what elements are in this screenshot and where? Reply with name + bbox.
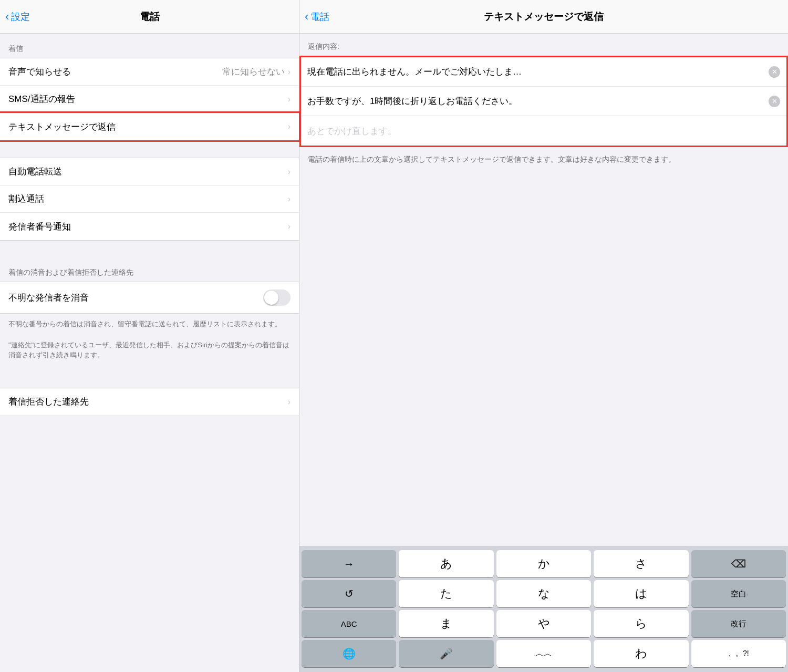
key-globe[interactable]: 🌐	[302, 640, 396, 667]
reply-messages-group: 現在電話に出られません。メールでご対応いたしま… ✕ お手数ですが、1時間後に折…	[299, 56, 788, 147]
group3: 不明な発信者を消音	[0, 282, 299, 314]
row-auto-forward-label: 自動電話転送	[8, 166, 62, 178]
row-text-reply-value: ›	[288, 122, 291, 131]
row-blocked-label: 着信拒否した連絡先	[8, 396, 89, 408]
row-text-reply-label: テキストメッセージで返信	[8, 121, 116, 133]
clear-button-0[interactable]: ✕	[769, 66, 780, 78]
toggle-knob	[264, 291, 278, 305]
reply-text-0: 現在電話に出られません。メールでご対応いたしま…	[307, 66, 769, 78]
row-text-reply[interactable]: テキストメッセージで返信 ›	[0, 113, 299, 140]
row-silence-label: 不明な発信者を消音	[8, 292, 89, 304]
clear-button-1[interactable]: ✕	[769, 96, 780, 107]
chevron-icon: ›	[288, 95, 291, 104]
right-nav-title: テキストメッセージで返信	[484, 10, 604, 24]
row-caller-id[interactable]: 発信者番号通知 ›	[0, 213, 299, 240]
key-sa[interactable]: さ	[594, 550, 688, 577]
row-call-waiting[interactable]: 割込通話 ›	[0, 185, 299, 213]
row-call-waiting-chevron: ›	[288, 194, 291, 204]
keyboard-row-2: ↺ た な は 空白	[302, 580, 786, 607]
key-space[interactable]: 空白	[691, 580, 786, 607]
key-punctuation[interactable]: 、。?!	[691, 640, 786, 667]
section2-header: 着信の消音および着信拒否した連絡先	[0, 257, 299, 282]
row-sms-label: SMS/通話の報告	[8, 93, 75, 105]
key-undo[interactable]: ↺	[302, 580, 396, 607]
row-call-waiting-label: 割込通話	[8, 193, 44, 205]
footnote1: 不明な番号からの着信は消音され、留守番電話に送られて、履歴リストに表示されます。	[0, 314, 299, 340]
key-ka[interactable]: か	[496, 550, 591, 577]
reply-row-1[interactable]: お手数ですが、1時間後に折り返しお電話ください。 ✕	[301, 87, 786, 116]
reply-row-0[interactable]: 現在電話に出られません。メールでご対応いたしま… ✕	[301, 57, 786, 87]
row-voice-value: 常に知らせない ›	[222, 66, 291, 78]
row-blocked-chevron: ›	[288, 397, 291, 407]
chevron-icon: ›	[288, 167, 291, 177]
left-back-arrow-icon: ‹	[5, 10, 9, 24]
reply-row-2[interactable]: あとでかけ直します。	[301, 116, 786, 146]
keyboard-row-3: ABC ま や ら 改行	[302, 610, 786, 637]
chevron-icon: ›	[288, 122, 291, 131]
group2: 自動電話転送 › 割込通話 › 発信者番号通知 ›	[0, 158, 299, 241]
key-ya[interactable]: や	[496, 610, 591, 637]
chevron-icon: ›	[288, 194, 291, 204]
row-sms-value: ›	[288, 95, 291, 104]
chevron-icon: ›	[288, 397, 291, 407]
left-nav-title: 電話	[140, 10, 160, 24]
right-back-button[interactable]: ‹ 電話	[305, 10, 329, 24]
keyboard-row-4: 🌐 🎤 ︿︿ わ 、。?!	[302, 640, 786, 667]
key-wa[interactable]: わ	[594, 640, 688, 667]
left-back-label: 設定	[11, 11, 30, 23]
left-panel: ‹ 設定 電話 着信 音声で知らせる 常に知らせない › SMS/通話の報告 ›…	[0, 0, 299, 672]
key-a[interactable]: あ	[399, 550, 493, 577]
key-backspace[interactable]: ⌫	[691, 550, 786, 577]
key-arrow[interactable]: →	[302, 550, 396, 577]
toggle-switch[interactable]	[263, 290, 291, 306]
key-ha[interactable]: は	[594, 580, 688, 607]
right-nav-bar: ‹ 電話 テキストメッセージで返信	[299, 0, 788, 34]
row-sms-report[interactable]: SMS/通話の報告 ›	[0, 86, 299, 113]
section1-header: 着信	[0, 34, 299, 58]
reply-text-2: あとでかけ直します。	[307, 125, 780, 137]
right-panel: ‹ 電話 テキストメッセージで返信 返信内容: 現在電話に出られません。メールで…	[299, 0, 788, 672]
key-na[interactable]: な	[496, 580, 591, 607]
key-enter[interactable]: 改行	[691, 610, 786, 637]
row-auto-forward-chevron: ›	[288, 167, 291, 177]
row-blocked[interactable]: 着信拒否した連絡先 ›	[0, 388, 299, 416]
silence-toggle[interactable]	[263, 290, 291, 306]
row-voice-label: 音声で知らせる	[8, 66, 71, 78]
key-abc[interactable]: ABC	[302, 610, 396, 637]
row-voice-notify[interactable]: 音声で知らせる 常に知らせない ›	[0, 58, 299, 86]
key-ta[interactable]: た	[399, 580, 493, 607]
key-dakuten[interactable]: ︿︿	[496, 640, 591, 667]
reply-description: 電話の着信時に上の文章から選択してテキストメッセージで返信できます。文章は好きな…	[299, 147, 788, 175]
group1: 音声で知らせる 常に知らせない › SMS/通話の報告 › テキストメッセージで…	[0, 58, 299, 141]
row-caller-id-chevron: ›	[288, 222, 291, 231]
reply-text-1: お手数ですが、1時間後に折り返しお電話ください。	[307, 95, 769, 107]
keyboard-row-1: → あ か さ ⌫	[302, 550, 786, 577]
footnote2: "連絡先"に登録されているユーザ、最近発信した相手、およびSiriからの提案から…	[0, 340, 299, 371]
row-caller-id-label: 発信者番号通知	[8, 221, 71, 233]
key-ma[interactable]: ま	[399, 610, 493, 637]
chevron-icon: ›	[288, 222, 291, 231]
row-silence-unknown[interactable]: 不明な発信者を消音	[0, 282, 299, 313]
group4: 着信拒否した連絡先 ›	[0, 388, 299, 416]
chevron-icon: ›	[288, 67, 291, 77]
reply-content-label: 返信内容:	[299, 34, 788, 56]
row-auto-forward[interactable]: 自動電話転送 ›	[0, 158, 299, 185]
key-mic[interactable]: 🎤	[399, 640, 493, 667]
keyboard: → あ か さ ⌫ ↺ た な は 空白 ABC ま や ら 改行 🌐 🎤 ︿︿…	[299, 546, 788, 672]
right-back-arrow-icon: ‹	[305, 10, 308, 24]
key-ra[interactable]: ら	[594, 610, 688, 637]
left-back-button[interactable]: ‹ 設定	[5, 10, 30, 24]
left-nav-bar: ‹ 設定 電話	[0, 0, 299, 34]
right-back-label: 電話	[310, 11, 329, 23]
